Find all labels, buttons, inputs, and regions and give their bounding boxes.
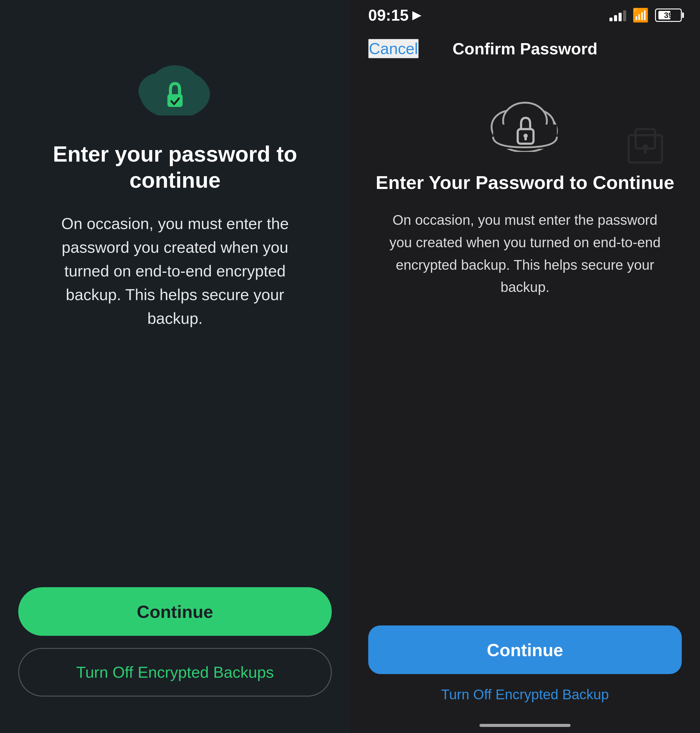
right-icon-area [488, 91, 562, 153]
right-cloud-lock-icon [488, 91, 562, 152]
right-description: On occasion, you must enter the password… [374, 209, 676, 298]
home-indicator [479, 724, 571, 727]
right-turn-off-link[interactable]: Turn Off Encrypted Backup [441, 686, 609, 703]
left-turn-off-button[interactable]: Turn Off Encrypted Backups [18, 648, 332, 696]
cloud-lock-icon [135, 55, 215, 115]
wifi-icon: 📶 [632, 7, 649, 23]
page-title: Confirm Password [452, 39, 597, 58]
left-title: Enter your password to continue [24, 141, 326, 194]
battery-icon: 39 [655, 9, 682, 22]
left-buttons: Continue Turn Off Encrypted Backups [18, 587, 332, 696]
nav-bar: Cancel Confirm Password [350, 30, 700, 67]
left-description: On occasion, you must enter the password… [24, 212, 326, 330]
battery-area: 39 [655, 9, 682, 22]
signal-icon [609, 9, 626, 21]
cancel-button[interactable]: Cancel [368, 39, 419, 58]
left-icon-area [135, 55, 215, 117]
right-buttons: Continue Turn Off Encrypted Backup [368, 626, 682, 703]
right-title: Enter Your Password to Continue [376, 171, 675, 194]
time-display: 09:15 [368, 6, 409, 24]
battery-percent: 39 [664, 11, 673, 20]
right-continue-button[interactable]: Continue [368, 626, 682, 674]
left-continue-button[interactable]: Continue [18, 587, 332, 636]
status-time: 09:15 ▶ [368, 6, 421, 24]
left-panel: Enter your password to continue On occas… [0, 0, 350, 733]
svg-rect-21 [644, 149, 647, 154]
location-icon: ▶ [412, 9, 421, 22]
watermark-right [621, 122, 670, 171]
status-icons: 📶 39 [609, 7, 682, 23]
right-panel: 09:15 ▶ 📶 39 Cancel [350, 0, 700, 733]
status-bar: 09:15 ▶ 📶 39 [350, 0, 700, 30]
svg-rect-4 [168, 94, 182, 107]
svg-rect-17 [524, 137, 527, 140]
